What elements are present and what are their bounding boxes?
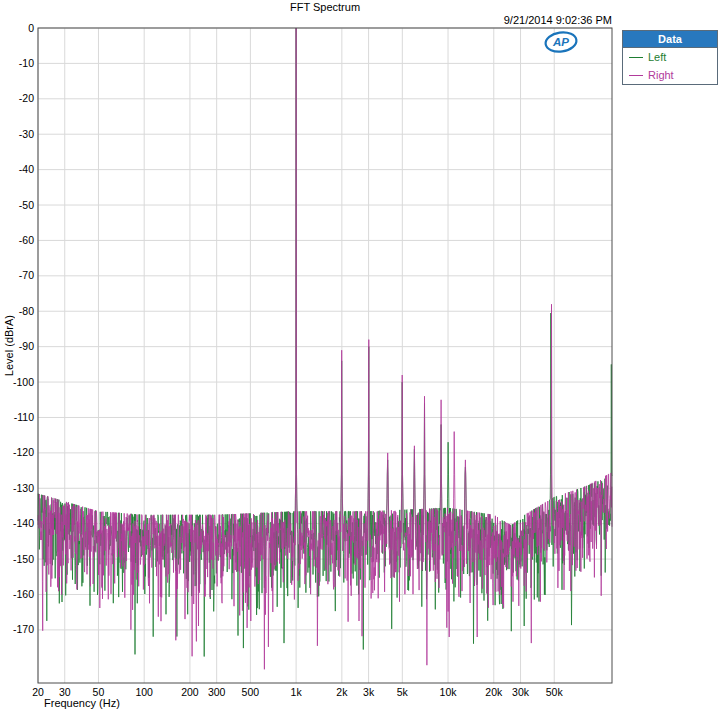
right-trace-swatch-icon (629, 75, 643, 76)
y-axis-title: Level (dBrA) (3, 315, 15, 376)
y-tick-label: -120 (13, 446, 34, 458)
y-tick-label: -130 (13, 482, 34, 494)
timestamp: 9/21/2014 9:02:36 PM (38, 14, 612, 26)
fft-spectrum-panel: 2030501002003005001k2k3k5k10k20k30k50k0-… (0, 0, 720, 720)
x-tick-label: 10k (440, 686, 458, 698)
y-tick-label: -50 (19, 199, 34, 211)
y-tick-label: -40 (19, 163, 34, 175)
x-tick-label: 2k (336, 686, 348, 698)
y-tick-label: 0 (28, 22, 34, 34)
x-tick-label: 20k (485, 686, 503, 698)
y-tick-label: -170 (13, 623, 34, 635)
x-tick-label: 200 (181, 686, 199, 698)
x-tick-label: 20 (32, 686, 44, 698)
y-tick-label: -90 (19, 340, 34, 352)
legend-item-left-label: Left (648, 51, 666, 63)
x-tick-label: 100 (135, 686, 153, 698)
x-tick-label: 50k (546, 686, 564, 698)
y-tick-label: -150 (13, 553, 34, 565)
ap-logo-icon: AP (543, 30, 579, 54)
fft-plot-canvas[interactable]: 2030501002003005001k2k3k5k10k20k30k50k0-… (0, 0, 720, 720)
x-axis-title: Frequency (Hz) (44, 697, 120, 709)
legend-header: Data (623, 31, 717, 48)
y-tick-label: -100 (13, 376, 34, 388)
x-tick-label: 30k (512, 686, 530, 698)
x-tick-label: 3k (363, 686, 375, 698)
ap-logo-text: AP (552, 36, 569, 48)
x-tick-label: 500 (242, 686, 260, 698)
trace-right (38, 28, 612, 669)
y-tick-label: -160 (13, 588, 34, 600)
left-trace-swatch-icon (629, 57, 643, 58)
y-tick-label: -140 (13, 517, 34, 529)
x-tick-label: 5k (397, 686, 409, 698)
y-tick-label: -30 (19, 128, 34, 140)
y-tick-label: -20 (19, 92, 34, 104)
x-tick-label: 300 (208, 686, 226, 698)
legend-item-left[interactable]: Left (623, 48, 717, 66)
legend-item-right[interactable]: Right (623, 66, 717, 84)
legend-box: Data Left Right (622, 30, 718, 85)
page-title: FFT Spectrum (38, 1, 612, 13)
x-tick-label: 1k (291, 686, 303, 698)
y-tick-label: -110 (14, 411, 34, 423)
y-tick-label: -80 (19, 305, 34, 317)
legend-item-right-label: Right (648, 69, 674, 81)
y-tick-label: -70 (19, 269, 34, 281)
y-tick-label: -60 (19, 234, 34, 246)
y-tick-label: -10 (19, 57, 34, 69)
